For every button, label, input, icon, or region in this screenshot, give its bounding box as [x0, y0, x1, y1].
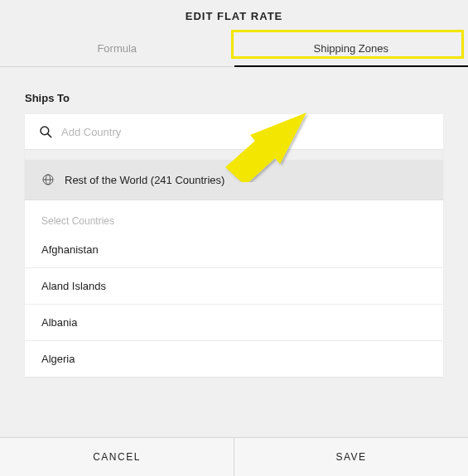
country-name: Aland Islands [41, 280, 106, 292]
tab-formula-label: Formula [97, 42, 137, 55]
list-item[interactable]: Algeria [25, 341, 443, 377]
rest-of-world-option[interactable]: Rest of the World (241 Countries) [25, 160, 443, 200]
cancel-label: CANCEL [93, 451, 141, 463]
select-countries-label: Select Countries [25, 200, 443, 232]
cancel-button[interactable]: CANCEL [0, 438, 234, 476]
tab-formula[interactable]: Formula [0, 32, 234, 66]
add-country-row[interactable] [25, 114, 443, 150]
tab-shipping-zones[interactable]: Shipping Zones [234, 32, 469, 66]
tab-shipping-zones-label: Shipping Zones [314, 42, 388, 55]
dialog-title: EDIT FLAT RATE [0, 0, 468, 32]
panel-spacer [25, 150, 443, 160]
svg-line-1 [48, 134, 51, 137]
search-icon [38, 124, 53, 139]
search-input[interactable] [61, 126, 430, 138]
ships-to-label: Ships To [25, 92, 443, 114]
tabs: Formula Shipping Zones [0, 32, 468, 67]
save-label: SAVE [335, 451, 366, 463]
list-item[interactable]: Afghanistan [25, 232, 443, 268]
country-name: Albania [41, 316, 77, 329]
list-item[interactable]: Albania [25, 305, 443, 341]
shipping-panel: Rest of the World (241 Countries) Select… [25, 114, 443, 377]
rest-of-world-label: Rest of the World (241 Countries) [65, 174, 224, 186]
list-item[interactable]: Aland Islands [25, 268, 443, 305]
country-name: Afghanistan [41, 243, 99, 256]
save-button[interactable]: SAVE [234, 438, 468, 476]
country-name: Algeria [41, 353, 75, 365]
globe-icon [41, 173, 55, 186]
dialog-footer: CANCEL SAVE [0, 437, 468, 476]
